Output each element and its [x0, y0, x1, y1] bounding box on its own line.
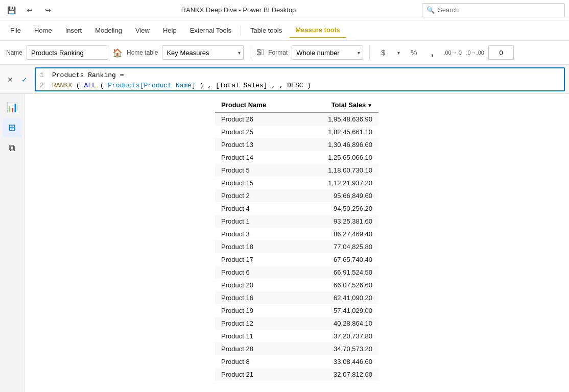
ribbon-div-2 [369, 45, 370, 60]
menu-separator [241, 26, 241, 36]
table-row[interactable]: Product 26 1,95,48,636.90 [215, 112, 378, 126]
table-row[interactable]: Product 15 1,12,21,937.20 [215, 177, 378, 189]
formula-measure-name: Products Ranking [52, 71, 116, 79]
ribbon-name-label: Name [6, 49, 22, 56]
ribbon-format-label: Format [268, 49, 288, 56]
table-row[interactable]: Product 17 67,65,740.40 [215, 253, 378, 266]
percent-button[interactable]: % [407, 45, 421, 60]
table-row[interactable]: Product 28 34,70,573.20 [215, 342, 378, 355]
table-row[interactable]: Product 4 94,50,256.20 [215, 202, 378, 215]
menu-modeling[interactable]: Modeling [89, 23, 128, 37]
format-select-wrapper[interactable]: Whole number Decimal number Percentage C… [292, 45, 363, 60]
app-title: RANKX Deep Dive - Power BI Desktop [181, 6, 296, 14]
formula-confirm-button[interactable]: ✓ [18, 74, 31, 86]
format-number-input[interactable] [488, 45, 514, 60]
titlebar: 💾 ↩ ↪ RANKX Deep Dive - Power BI Desktop… [0, 0, 569, 20]
decrease-decimals-button[interactable]: .00→.0 [443, 45, 462, 60]
formula-line-2: 2 RANKX ( ALL ( Products[Product Name] )… [40, 81, 560, 91]
formula-cancel-button[interactable]: ✕ [4, 74, 16, 86]
menu-measure-tools[interactable]: Measure tools [289, 23, 346, 38]
table-row[interactable]: Product 6 66,91,524.50 [215, 266, 378, 279]
table-row[interactable]: Product 18 77,04,825.80 [215, 240, 378, 253]
sidebar-table-icon[interactable]: ⊞ [3, 118, 21, 137]
cell-product-name: Product 21 [215, 368, 297, 381]
formula-text-1: Products Ranking = [52, 70, 124, 81]
cell-total-sales: 33,08,446.60 [297, 355, 378, 368]
table-row[interactable]: Product 13 1,30,46,896.60 [215, 138, 378, 151]
table-row[interactable]: Product 14 1,25,65,066.10 [215, 151, 378, 164]
table-header-row: Product Name Total Sales [215, 98, 378, 112]
formula-products-ref: Products[Product Name] [108, 82, 196, 89]
table-row[interactable]: Product 8 33,08,446.60 [215, 355, 378, 368]
formula-editor[interactable]: 1 Products Ranking = 2 RANKX ( ALL ( Pro… [35, 67, 565, 91]
menu-insert[interactable]: Insert [59, 23, 88, 37]
save-icon[interactable]: 💾 [4, 3, 18, 17]
table-row[interactable]: Product 3 86,27,469.40 [215, 228, 378, 240]
data-table: Product Name Total Sales Product 26 1,95… [215, 98, 378, 381]
table-row[interactable]: Product 5 1,18,00,730.10 [215, 164, 378, 177]
cell-total-sales: 37,20,737.80 [297, 330, 378, 342]
home-table-icon: 🏠 [112, 48, 123, 58]
cell-total-sales: 86,27,469.40 [297, 228, 378, 240]
cell-product-name: Product 8 [215, 355, 297, 368]
formula-line-num-1: 1 [40, 70, 48, 81]
formula-rest: ) , [Total Sales] , , DESC ) [200, 82, 311, 89]
formula-line-num-2: 2 [40, 81, 48, 91]
cell-total-sales: 77,04,825.80 [297, 240, 378, 253]
undo-icon[interactable]: ↩ [22, 3, 37, 17]
cell-total-sales: 32,07,812.60 [297, 368, 378, 381]
home-table-select-wrapper[interactable]: Key Measures [162, 45, 244, 60]
table-row[interactable]: Product 19 57,41,029.00 [215, 304, 378, 317]
formula-bar: ✕ ✓ 1 Products Ranking = 2 RANKX ( ALL (… [0, 65, 569, 94]
cell-product-name: Product 19 [215, 304, 297, 317]
cell-total-sales: 67,65,740.40 [297, 253, 378, 266]
ribbon-div-1 [250, 45, 250, 60]
cell-product-name: Product 11 [215, 330, 297, 342]
search-input[interactable] [438, 6, 560, 14]
cell-product-name: Product 17 [215, 253, 297, 266]
table-row[interactable]: Product 25 1,82,45,661.10 [215, 126, 378, 138]
col-product-name[interactable]: Product Name [215, 98, 297, 112]
home-table-select[interactable]: Key Measures [162, 45, 244, 60]
table-row[interactable]: Product 11 37,20,737.80 [215, 330, 378, 342]
redo-icon[interactable]: ↪ [41, 3, 55, 17]
sidebar-report-icon[interactable]: 📊 [3, 98, 21, 116]
table-row[interactable]: Product 12 40,28,864.10 [215, 317, 378, 330]
formula-line-1: 1 Products Ranking = [40, 70, 560, 81]
cell-total-sales: 66,07,526.60 [297, 279, 378, 291]
cell-total-sales: 1,82,45,661.10 [297, 126, 378, 138]
table-row[interactable]: Product 2 95,66,849.60 [215, 189, 378, 202]
table-row[interactable]: Product 21 32,07,812.60 [215, 368, 378, 381]
comma-button[interactable]: , [425, 45, 439, 60]
cell-product-name: Product 18 [215, 240, 297, 253]
menu-external-tools[interactable]: External Tools [184, 23, 238, 37]
cell-product-name: Product 4 [215, 202, 297, 215]
search-icon: 🔍 [426, 6, 435, 14]
menu-table-tools[interactable]: Table tools [244, 23, 288, 37]
cell-total-sales: 40,28,864.10 [297, 317, 378, 330]
search-bar[interactable]: 🔍 [422, 3, 565, 17]
table-row[interactable]: Product 16 62,41,090.20 [215, 291, 378, 304]
cell-product-name: Product 14 [215, 151, 297, 164]
increase-decimals-button[interactable]: .0→.00 [466, 45, 484, 60]
cell-total-sales: 1,12,21,937.20 [297, 177, 378, 189]
menu-view[interactable]: View [129, 23, 156, 37]
menu-home[interactable]: Home [28, 23, 58, 37]
sidebar-model-icon[interactable]: ⧉ [3, 139, 21, 157]
dollar-dropdown-icon[interactable]: ▾ [394, 45, 402, 60]
table-row[interactable]: Product 20 66,07,526.60 [215, 279, 378, 291]
left-sidebar: 📊 ⊞ ⧉ [0, 94, 25, 392]
menu-help[interactable]: Help [157, 23, 183, 37]
col-total-sales[interactable]: Total Sales [297, 98, 378, 112]
cell-product-name: Product 5 [215, 164, 297, 177]
menu-file[interactable]: File [4, 23, 27, 37]
cell-product-name: Product 20 [215, 279, 297, 291]
table-row[interactable]: Product 1 93,25,381.60 [215, 215, 378, 228]
formula-actions: ✕ ✓ [4, 67, 31, 91]
cell-product-name: Product 15 [215, 177, 297, 189]
formula-all-paren: ( [100, 82, 108, 89]
ribbon-name-input[interactable] [27, 45, 108, 60]
cell-product-name: Product 6 [215, 266, 297, 279]
dollar-button[interactable]: $ [376, 45, 390, 60]
format-select[interactable]: Whole number Decimal number Percentage C… [292, 45, 363, 60]
